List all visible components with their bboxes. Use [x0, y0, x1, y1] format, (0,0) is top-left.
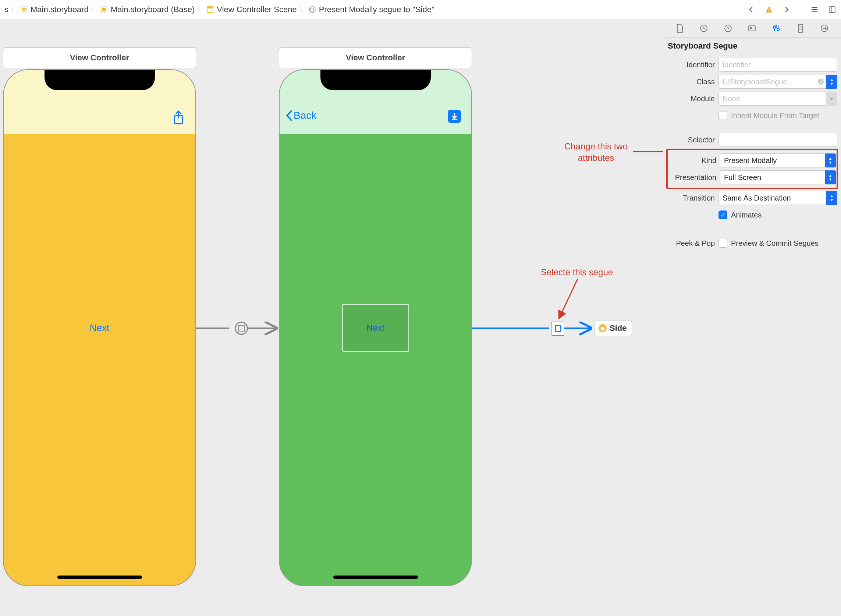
row-class: Class UIStoryboardSegue ▲▼	[667, 74, 837, 89]
breadcrumb-item-3[interactable]: View Controller Scene	[204, 5, 298, 14]
animates-checkbox[interactable]: ✓	[718, 210, 727, 219]
storyboard-file-icon	[19, 5, 28, 14]
next-button-left[interactable]: Next	[90, 322, 109, 333]
connections-inspector-tab[interactable]	[817, 21, 832, 36]
row-animates: ✓ Animates	[667, 208, 837, 222]
present-modally-icon	[555, 325, 561, 332]
checkbox-label: Preview & Commit Segues	[731, 239, 819, 248]
row-kind: Kind Present Modally ▲▼	[668, 153, 836, 168]
svg-rect-14	[829, 7, 835, 13]
warning-icon[interactable]	[763, 4, 775, 15]
row-module: Module None ▼	[667, 91, 837, 106]
inherit-checkbox[interactable]	[718, 111, 727, 120]
annotation-arrow-2	[555, 277, 585, 321]
inspector-peekpop: Peek & Pop Preview & Commit Segues	[663, 232, 841, 260]
svg-rect-35	[799, 24, 802, 32]
identifier-input[interactable]	[718, 58, 837, 72]
row-transition: Transition Same As Destination ▲▼	[667, 191, 837, 205]
outline-toggle-button[interactable]	[809, 4, 820, 15]
breadcrumb-item-2[interactable]: Main.storyboard (Base)	[98, 5, 196, 14]
checkbox-label: Animates	[731, 211, 762, 219]
row-peekpop: Peek & Pop Preview & Commit Segues	[667, 236, 837, 251]
transition-select[interactable]: Same As Destination	[718, 191, 826, 205]
field-label: Transition	[667, 194, 718, 202]
annotation-segue: Selecte this segue	[541, 266, 613, 278]
svg-point-34	[777, 28, 779, 30]
download-icon[interactable]	[448, 110, 461, 123]
stepper-arrows-icon[interactable]: ▲▼	[825, 170, 836, 184]
svg-rect-30	[750, 27, 752, 29]
annotation-arrow-1	[633, 148, 663, 155]
field-label: Kind	[668, 156, 720, 165]
present-modally-icon	[238, 325, 245, 331]
scene-title-left[interactable]: View Controller	[3, 47, 196, 68]
stepper-arrows-icon[interactable]: ▲▼	[826, 75, 837, 89]
nav-forward-button[interactable]	[781, 4, 793, 15]
module-select[interactable]: None	[718, 92, 828, 106]
presentation-select[interactable]: Full Screen	[720, 170, 825, 184]
home-indicator	[333, 575, 418, 579]
button-label: Next	[90, 322, 109, 333]
clear-icon[interactable]	[817, 78, 825, 86]
kind-select[interactable]: Present Modally	[720, 154, 825, 167]
stepper-arrows-icon[interactable]: ▲▼	[825, 154, 836, 167]
identity-inspector-tab[interactable]	[744, 21, 759, 36]
breadcrumb-item-0[interactable]: s	[3, 5, 10, 14]
scene-reference-label: Side	[610, 323, 627, 333]
stepper-arrows-icon[interactable]: ▼	[826, 92, 837, 106]
row-presentation: Presentation Full Screen ▲▼	[668, 170, 836, 185]
svg-text:?: ?	[727, 26, 729, 31]
segue-icon	[308, 5, 317, 14]
storyboard-canvas[interactable]: View Controller Next View Controller Bac…	[0, 19, 663, 616]
device-notch	[44, 70, 155, 90]
field-label: Identifier	[667, 61, 718, 69]
svg-line-25	[559, 279, 577, 318]
breadcrumb-label: Main.storyboard	[31, 5, 89, 14]
button-label: Next	[366, 323, 384, 333]
stepper-arrows-icon[interactable]: ▲▼	[826, 191, 837, 205]
adjust-editor-button[interactable]	[826, 4, 838, 15]
breadcrumb-label: Main.storyboard (Base)	[111, 5, 195, 14]
svg-rect-4	[102, 8, 106, 12]
annotation-line: attributes	[555, 152, 636, 163]
breadcrumb-label: Present Modally segue to "Side"	[319, 5, 435, 14]
field-label: Class	[667, 78, 718, 86]
class-select[interactable]: UIStoryboardSegue	[718, 75, 827, 89]
size-inspector-tab[interactable]	[793, 21, 808, 36]
container-view[interactable]: Next	[342, 304, 409, 352]
peekpop-checkbox[interactable]	[718, 239, 727, 248]
svg-rect-8	[311, 8, 314, 11]
breadcrumb-bar: s 〉 Main.storyboard 〉 Main.storyboard (B…	[0, 0, 841, 19]
device-notch	[321, 70, 431, 90]
annotation-highlight-box: Kind Present Modally ▲▼ Presentation Ful…	[666, 149, 838, 189]
segue-node-selected[interactable]	[551, 322, 564, 336]
scene-reference-side[interactable]: ◉ Side	[595, 320, 632, 336]
svg-point-7	[309, 7, 315, 13]
breadcrumb-item-1[interactable]: Main.storyboard	[18, 5, 90, 14]
storyboard-base-icon	[100, 5, 108, 14]
segue-node-1[interactable]	[235, 322, 248, 335]
share-icon[interactable]	[172, 110, 185, 127]
attributes-inspector-tab[interactable]	[769, 21, 784, 36]
svg-rect-1	[22, 8, 26, 9]
annotation-attributes: Change this two attributes	[555, 141, 636, 163]
nav-back-button[interactable]	[745, 4, 757, 15]
scene-title-right[interactable]: View Controller	[279, 47, 472, 68]
file-inspector-tab[interactable]	[673, 21, 687, 36]
breadcrumb-label: s	[4, 5, 9, 14]
phone-right[interactable]: Back Next	[279, 69, 472, 586]
svg-rect-6	[207, 7, 213, 9]
viewcontroller-icon: ◉	[599, 324, 607, 332]
help-inspector-tab[interactable]: ?	[721, 21, 736, 36]
chevron-right-icon: 〉	[196, 5, 204, 14]
back-button[interactable]: Back	[286, 110, 316, 122]
selector-input[interactable]	[718, 133, 837, 147]
history-inspector-tab[interactable]	[696, 21, 711, 36]
breadcrumb-item-4[interactable]: Present Modally segue to "Side"	[306, 5, 436, 14]
svg-point-40	[818, 79, 824, 85]
scene-title-label: View Controller	[346, 53, 405, 62]
row-selector: Selector	[667, 132, 837, 147]
phone-left[interactable]: Next	[3, 69, 196, 586]
row-identifier: Identifier	[667, 57, 837, 72]
scene-title-label: View Controller	[70, 53, 129, 62]
